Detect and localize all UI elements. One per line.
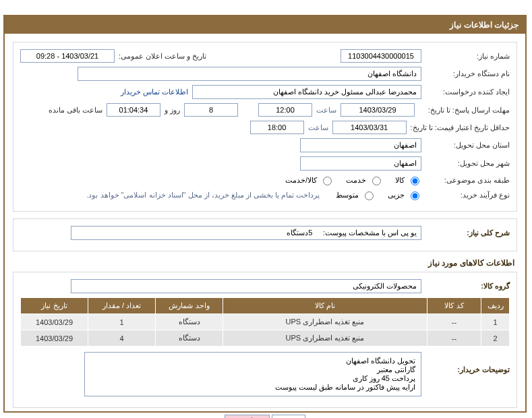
print-button[interactable]: چاپ	[272, 415, 305, 418]
buyer-contact-link[interactable]: اطلاعات تماس خریدار	[121, 88, 188, 96]
th-name: نام کالا	[223, 298, 427, 314]
buyer-org-value: دانشگاه اصفهان	[78, 67, 421, 81]
topic-both-radio[interactable]	[323, 177, 332, 185]
cell-qty: 4	[88, 330, 156, 347]
desc-line: ارایه پیش فاکتور در سامانه طبق لیست پیوس…	[90, 383, 415, 392]
cell-date: 1403/03/29	[21, 330, 88, 347]
desc-line: تحویل دانشگاه اصفهان	[90, 357, 415, 365]
cell-row: 2	[481, 330, 510, 347]
items-fieldset: گروه کالا: محصولات الکترونیکی ردیف کد کا…	[13, 272, 517, 408]
th-qty: تعداد / مقدار	[88, 298, 156, 314]
topic-label: طبقه بندی موضوعی:	[425, 176, 510, 185]
deadline-date: 1403/03/29	[341, 103, 415, 117]
days-remaining: 8	[184, 103, 238, 117]
days-label: روز و	[165, 106, 180, 115]
cell-date: 1403/03/29	[21, 314, 88, 330]
table-row: 1--منبع تغذیه اضطراری UPSدستگاه11403/03/…	[21, 314, 510, 330]
group-label: گروه کالا:	[425, 282, 510, 291]
deadline-time-label: ساعت	[316, 106, 336, 115]
footer: چاپ بازگشت	[13, 415, 517, 418]
desc-label: توضیحات خریدار:	[425, 352, 510, 374]
need-number-value: 1103004430000015	[341, 49, 421, 63]
requester-value: محمدرضا عبدالی مسئول خرید دانشگاه اصفهان	[192, 85, 421, 99]
panel-content: شماره نیاز: 1103004430000015 تاریخ و ساع…	[5, 34, 525, 418]
desc-line: پرداخت 45 روز کاری	[90, 374, 415, 383]
cell-qty: 1	[88, 314, 156, 330]
overview-value: یو پی اس با مشخصات پیوست: 5دستگاه	[71, 226, 421, 240]
topic-services-radio[interactable]	[372, 177, 381, 185]
buyer-description: تحویل دانشگاه اصفهانگارانتی معتبرپرداخت …	[84, 352, 421, 396]
panel-title: جزئیات اطلاعات نیاز	[5, 16, 525, 34]
desc-line: گارانتی معتبر	[90, 365, 415, 374]
announce-label: تاریخ و ساعت اعلان عمومی:	[119, 52, 206, 61]
proc-small-radio[interactable]	[411, 191, 419, 200]
cell-name: منبع تغذیه اضطراری UPS	[223, 330, 427, 347]
topic-goods-radio[interactable]	[411, 177, 419, 185]
items-table: ردیف کد کالا نام کالا واحد شمارش تعداد /…	[20, 297, 510, 347]
cell-unit: دستگاه	[156, 330, 223, 347]
th-date: تاریخ نیاز	[21, 298, 88, 314]
topic-radios: کالا خدمت کالا/خدمت	[285, 175, 421, 185]
proc-medium-radio[interactable]	[365, 191, 374, 200]
th-row: ردیف	[481, 298, 510, 314]
buyer-org-label: نام دستگاه خریدار:	[425, 69, 510, 78]
remaining-label: ساعت باقی مانده	[49, 106, 102, 115]
proc-radios: جزیی متوسط	[336, 189, 421, 200]
cell-code: --	[427, 330, 481, 347]
th-code: کد کالا	[427, 298, 481, 314]
countdown-value: 01:04:34	[107, 103, 160, 117]
cell-unit: دستگاه	[156, 314, 223, 330]
validity-date: 1403/03/31	[332, 121, 407, 134]
cell-row: 1	[481, 314, 510, 330]
proc-note: پرداخت تمام یا بخشی از مبلغ خرید، از محل…	[86, 191, 320, 200]
need-number-label: شماره نیاز:	[425, 52, 510, 61]
topic-both[interactable]: کالا/خدمت	[285, 175, 334, 185]
deadline-time: 12:00	[258, 103, 312, 117]
overview-fieldset: شرح کلی نیاز: یو پی اس با مشخصات پیوست: …	[13, 218, 517, 251]
proc-label: نوع فرآیند خرید:	[425, 191, 510, 200]
items-title: اطلاعات کالاهای مورد نیاز	[13, 258, 514, 268]
city-value: اصفهان	[300, 156, 421, 171]
validity-time-label: ساعت	[308, 123, 328, 132]
city-label: شهر محل تحویل:	[425, 159, 510, 168]
topic-services[interactable]: خدمت	[346, 175, 383, 185]
proc-medium[interactable]: متوسط	[336, 189, 376, 200]
requester-label: ایجاد کننده درخواست:	[425, 88, 510, 96]
cell-name: منبع تغذیه اضطراری UPS	[223, 314, 427, 330]
header-fieldset: شماره نیاز: 1103004430000015 تاریخ و ساع…	[13, 42, 517, 212]
validity-time: 18:00	[250, 121, 304, 134]
announce-value: 1403/03/21 - 09:28	[20, 49, 115, 63]
table-row: 2--منبع تغذیه اضطراری UPSدستگاه41403/03/…	[21, 330, 510, 347]
deadline-label: مهلت ارسال پاسخ: تا تاریخ:	[419, 106, 510, 115]
province-value: اصفهان	[300, 138, 421, 152]
cell-code: --	[427, 314, 481, 330]
overview-label: شرح کلی نیاز:	[425, 229, 510, 237]
th-unit: واحد شمارش	[156, 298, 223, 314]
group-value: محصولات الکترونیکی	[71, 279, 421, 293]
validity-label: حداقل تاریخ اعتبار قیمت: تا تاریخ:	[411, 123, 510, 132]
back-button[interactable]: بازگشت	[225, 415, 270, 418]
proc-small[interactable]: جزیی	[388, 189, 421, 200]
province-label: استان محل تحویل:	[425, 141, 510, 150]
topic-goods[interactable]: کالا	[395, 175, 421, 185]
details-panel: جزئیات اطلاعات نیاز شماره نیاز: 11030044…	[3, 15, 527, 413]
